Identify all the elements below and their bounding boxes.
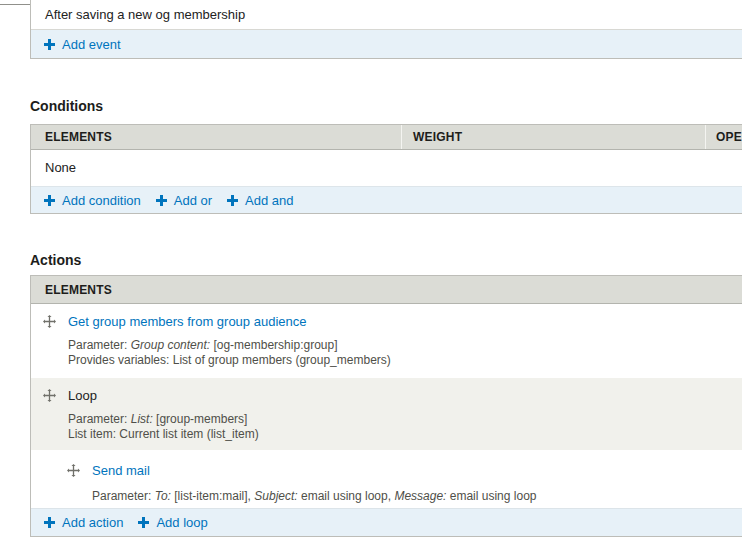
event-row: After saving a new og membership: [31, 0, 742, 30]
events-add-row: Add event: [31, 30, 742, 58]
add-action-label: Add action: [62, 515, 123, 530]
add-loop-label: Add loop: [156, 515, 207, 530]
add-condition-label: Add condition: [62, 193, 141, 208]
drag-handle-icon[interactable]: [43, 389, 56, 402]
add-event-link[interactable]: Add event: [44, 37, 121, 52]
add-event-label: Add event: [62, 37, 121, 52]
events-table: After saving a new og membership Add eve…: [30, 0, 742, 59]
add-condition-link[interactable]: Add condition: [44, 193, 141, 208]
add-or-link[interactable]: Add or: [156, 193, 212, 208]
action-parameter-line: Parameter: List: [group-members]: [68, 412, 742, 427]
add-and-label: Add and: [245, 193, 293, 208]
conditions-empty-label: None: [45, 160, 76, 175]
column-header-elements: ELEMENTS: [31, 130, 401, 144]
plus-icon: [44, 39, 55, 50]
conditions-table-header: ELEMENTS WEIGHT OPERATIONS: [31, 125, 742, 150]
event-label: After saving a new og membership: [45, 7, 245, 22]
cropped-border-fragment: [0, 4, 30, 5]
column-header-operations: OPERATIONS: [705, 125, 742, 149]
actions-heading: Actions: [30, 253, 742, 268]
plus-icon: [44, 195, 55, 206]
column-header-elements: ELEMENTS: [31, 283, 401, 297]
conditions-empty-row: None: [31, 150, 742, 186]
conditions-heading: Conditions: [30, 99, 742, 114]
conditions-add-row: Add condition Add or Add and: [31, 186, 742, 213]
action-title-text: Loop: [68, 388, 97, 403]
rules-edit-page: After saving a new og membership Add eve…: [0, 0, 742, 540]
action-parameter-line: Parameter: Group content: [og-membership…: [68, 338, 742, 353]
plus-icon: [138, 517, 149, 528]
add-action-link[interactable]: Add action: [44, 515, 123, 530]
action-title-link[interactable]: Send mail: [92, 463, 150, 478]
action-provides-line: Provides variables: List of group member…: [68, 353, 742, 368]
actions-table-header: ELEMENTS: [31, 276, 742, 304]
action-row-get-group-members: Get group members from group audience Pa…: [31, 304, 742, 378]
action-parameter-line: Parameter: To: [list-item:mail], Subject…: [92, 489, 742, 504]
action-listitem-line: List item: Current list item (list_item): [68, 427, 742, 442]
plus-icon: [156, 195, 167, 206]
actions-table: ELEMENTS Get group members from group au…: [30, 275, 742, 537]
action-row-send-mail: Send mail Parameter: To: [list-item:mail…: [31, 450, 742, 508]
actions-add-row: Add action Add loop: [31, 508, 742, 536]
add-and-link[interactable]: Add and: [227, 193, 293, 208]
drag-handle-icon[interactable]: [43, 315, 56, 328]
add-or-label: Add or: [174, 193, 212, 208]
drag-handle-icon[interactable]: [67, 464, 80, 477]
plus-icon: [44, 517, 55, 528]
plus-icon: [227, 195, 238, 206]
conditions-table: ELEMENTS WEIGHT OPERATIONS None Add cond…: [30, 124, 742, 214]
action-row-loop: Loop Parameter: List: [group-members] Li…: [31, 378, 742, 450]
column-header-weight: WEIGHT: [401, 125, 705, 149]
add-loop-link[interactable]: Add loop: [138, 515, 207, 530]
action-title-link[interactable]: Get group members from group audience: [68, 314, 306, 329]
